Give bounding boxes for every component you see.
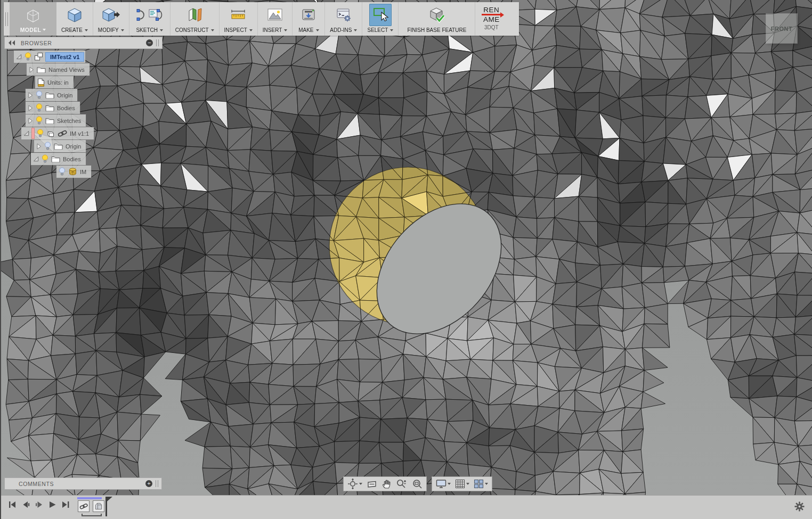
browser-item-label[interactable]: Named Views [48,67,85,73]
double-left-arrow-icon[interactable] [8,40,15,46]
browser-item-label[interactable]: Origin [57,92,72,98]
browser-row-units[interactable]: Units: in [35,76,74,88]
planes-icon [186,6,203,23]
visibility-bulb-on-icon[interactable] [36,103,43,112]
select-cursor-icon [371,6,389,24]
toolbar-grip[interactable] [4,2,10,36]
browser-grip[interactable] [156,39,159,46]
minus-circle-icon[interactable]: − [146,39,153,46]
rename-addin-button[interactable]: REN AME 3DQT [475,2,507,36]
menu-sketch[interactable]: SKETCH [129,2,170,36]
expanded-arrow-icon[interactable] [23,130,29,136]
finish-base-feature-button[interactable]: FINISH BASE FEATURE [399,2,475,36]
image-icon [266,6,283,23]
collapsed-arrow-icon[interactable] [36,143,42,150]
browser-item-label[interactable]: IM [80,169,86,175]
browser-item-label[interactable]: Units: in [47,79,69,86]
visibility-bulb-on-icon[interactable] [25,52,31,61]
skip-to-start-icon[interactable] [7,500,17,509]
visibility-bulb-off-icon[interactable] [44,142,51,151]
dropdown-caret-icon [466,483,469,485]
terminal-gear-icon [335,6,352,23]
browser-item-label[interactable]: Bodies [63,156,81,162]
grid-settings-icon[interactable] [455,479,469,489]
viewports-icon[interactable] [474,479,488,489]
visibility-bulb-on-icon[interactable] [42,154,48,163]
workspace-switcher[interactable]: MODEL [10,2,56,36]
menu-modify[interactable]: MODIFY [93,2,129,36]
browser-item-label[interactable]: Bodies [57,105,75,111]
wireframe-cube-icon [25,9,41,24]
3d-viewport[interactable] [0,0,812,519]
browser-item-label[interactable]: IM v1:1 [70,130,89,137]
timeline-range-bar[interactable] [77,497,102,499]
step-forward-icon[interactable] [35,500,44,509]
timeline-features [78,500,104,512]
browser-row-origin-nested[interactable]: Origin [34,140,86,152]
browser-row-named-views[interactable]: Named Views [27,63,90,76]
visibility-bulb-on-icon[interactable] [36,116,43,125]
browser-row-im-component[interactable]: IM v1:1 [21,127,94,139]
skip-to-end-icon[interactable] [61,500,70,509]
browser-row-im-body[interactable]: IM [56,166,91,178]
menu-label: MAKE [298,27,313,33]
play-icon[interactable] [48,500,56,509]
menu-create[interactable]: CREATE [56,2,93,36]
collapsed-arrow-icon[interactable] [28,105,33,111]
browser-row-bodies-nested[interactable]: Bodies [31,153,86,165]
comments-grip[interactable] [156,480,158,487]
collapsed-arrow-icon[interactable] [29,67,34,73]
workspace-label: MODEL [20,27,41,33]
expanded-arrow-icon[interactable] [16,54,22,60]
gear-icon[interactable] [794,501,805,512]
visibility-bulb-off-icon[interactable] [59,167,66,176]
viewcube[interactable]: FRONT [766,14,797,43]
orbit-icon[interactable] [347,479,362,489]
browser-item-label[interactable]: IMTest2 v1 [46,53,84,61]
collapsed-arrow-icon[interactable] [28,92,33,98]
toolbar: MODEL CREATE MODIFY [4,2,519,36]
menu-inspect[interactable]: INSPECT [220,2,258,36]
visibility-bulb-off-icon[interactable] [36,90,43,100]
browser-row-sketches[interactable]: Sketches [26,114,86,127]
folder-icon [51,155,60,162]
menu-construct[interactable]: CONSTRUCT [170,2,220,36]
browser-row-origin[interactable]: Origin [26,89,77,101]
browser-row-root[interactable]: IMTest2 v1 [14,51,85,63]
collapsed-arrow-icon[interactable] [28,118,33,124]
visibility-bulb-on-icon[interactable] [37,129,44,138]
dropdown-caret-icon [316,29,319,31]
browser-item-label[interactable]: Sketches [57,118,81,124]
timeline-bar [0,495,812,519]
body-box-icon [46,129,55,138]
menu-label: SKETCH [136,27,158,33]
expanded-arrow-icon[interactable] [33,156,39,162]
zoom-window-icon[interactable] [412,479,423,489]
fusion360-window: { "toolbar": { "workspace_switcher": { "… [0,0,812,519]
dropdown-caret-icon [359,483,362,485]
menu-insert[interactable]: INSERT [258,2,293,36]
menu-add-ins[interactable]: ADD-INS [325,2,362,36]
folder-icon [45,104,54,111]
ruler-icon [230,6,247,23]
menu-label: MODIFY [98,27,119,33]
base-feature-icon[interactable] [93,500,104,512]
display-settings-icon[interactable] [436,479,451,489]
dropdown-caret-icon [249,29,253,31]
comments-header[interactable]: COMMENTS + [4,477,162,490]
link-feature-icon[interactable] [78,500,90,512]
browser-row-bodies[interactable]: Bodies [26,102,80,114]
step-back-icon[interactable] [21,500,30,509]
look-at-icon[interactable] [367,479,377,489]
pan-icon[interactable] [381,479,392,489]
menu-make[interactable]: MAKE [293,2,325,36]
viewcube-face-label[interactable]: FRONT [771,26,792,32]
browser-item-label[interactable]: Origin [66,143,81,150]
plus-circle-icon[interactable]: + [145,480,152,487]
zoom-icon[interactable] [396,479,408,489]
dropdown-caret-icon [160,29,163,31]
menu-label: ADD-INS [330,27,352,33]
dropdown-caret-icon [121,29,124,31]
browser-header[interactable]: BROWSER − [4,37,163,49]
menu-select[interactable]: SELECT [362,2,399,36]
